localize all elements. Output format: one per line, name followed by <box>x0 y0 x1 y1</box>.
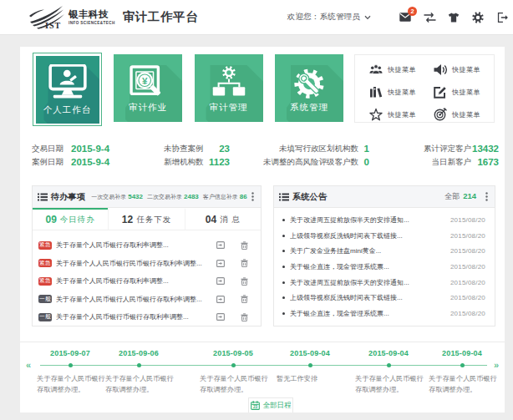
quick-menu-label: 快捷菜单 <box>388 65 416 74</box>
workbench-monitor-icon <box>48 64 87 103</box>
todo-item[interactable]: 紧急 关于存量个人人民币银行民币银行存取利率调整... <box>33 255 261 273</box>
announcement-item[interactable]: 上级领导视察反洗钱时间表下载链接... 2015/08/20 <box>274 290 495 306</box>
announcement-item[interactable]: 关于改进周五提前放假半天的安排通知... 2015/08/20 <box>274 212 495 228</box>
timeline-dot <box>387 363 391 367</box>
forward-icon[interactable] <box>216 296 225 303</box>
normal-badge: 一般 <box>38 295 52 303</box>
tile-label: 个人工作台 <box>36 104 99 116</box>
todo-item[interactable]: 紧急 关于存量个人民币银行存取利率调整... <box>33 236 261 255</box>
top-header: IST 银丰科技 INFO SCIENCE&TECH 审计工作平台 欢迎您：系统… <box>0 0 513 35</box>
stat-value: 1673 <box>471 157 499 167</box>
announcement-item[interactable]: 关于银企直连，现金管理系统票... 2015/08/20 <box>274 306 495 321</box>
bullet-icon <box>282 250 285 252</box>
timeline-prev-icon[interactable]: « <box>26 360 30 370</box>
tab-task-dispatch[interactable]: 12 任务下发 <box>108 208 184 230</box>
quick-menu-label: 快捷菜单 <box>452 65 480 74</box>
announcement-item[interactable]: 关于改进周五提前放假半天的安排通知... 2015/08/20 <box>274 275 495 291</box>
tile-audit-management[interactable]: 审计管理 <box>195 54 263 122</box>
trash-icon[interactable] <box>241 295 248 303</box>
stat-value: 1 <box>358 144 369 154</box>
trash-icon[interactable] <box>241 259 248 267</box>
timeline-next-icon[interactable]: » <box>494 360 498 370</box>
messages-icon[interactable]: 2 <box>399 11 412 24</box>
trash-icon[interactable] <box>241 241 248 250</box>
kebab-menu-icon[interactable] <box>484 190 490 203</box>
theme-tshirt-icon[interactable] <box>447 11 460 24</box>
todo-summary-item: 客户信息补录 86 <box>203 193 247 201</box>
audit-management-icon <box>211 65 247 105</box>
logo-area: IST 银丰科技 INFO SCIENCE&TECH 审计工作平台 <box>28 5 198 30</box>
star-icon <box>369 108 383 121</box>
quick-menu-panel: 快捷菜单 快捷菜单 <box>354 54 495 123</box>
quick-menu-item[interactable]: 快捷菜单 <box>434 85 480 99</box>
announcement-item[interactable]: 关于广发金业务挂盘mini黄金... 2015/08/20 <box>274 243 495 259</box>
quick-menu-label: 快捷菜单 <box>452 110 480 119</box>
stats-dates-group: 交易日期 2015-9-4 案例日期 2015-9-4 <box>32 142 109 169</box>
urgent-badge: 紧急 <box>38 241 52 250</box>
trash-icon[interactable] <box>241 313 248 321</box>
todo-tabs: 09 今日待办 12 任务下发 04 消 息 <box>33 208 261 230</box>
todo-panel-header: 待办事项 一次交易补录 5432 二次交易补录 2483 客户信息补录 86 <box>33 186 261 208</box>
tile-personal-workbench-inner: 个人工作台 <box>36 56 99 124</box>
announcement-list: 关于改进周五提前放假半天的安排通知... 2015/08/20 上级领导视察反洗… <box>274 208 495 321</box>
timeline-dot <box>460 363 465 367</box>
forward-icon[interactable] <box>216 277 225 285</box>
timeline-dot <box>137 363 141 367</box>
tile-label: 系统管理 <box>275 102 343 114</box>
timeline-dot <box>308 363 312 367</box>
forward-icon[interactable] <box>216 260 225 267</box>
tile-system-management[interactable]: 系统管理 <box>275 54 343 122</box>
quick-menu-label: 快捷菜单 <box>388 110 416 119</box>
users-icon <box>369 63 383 76</box>
timeline-dot <box>69 363 73 367</box>
company-logo-icon: IST <box>28 5 67 30</box>
stat-label: 未填写行政区划机构数 <box>262 144 358 154</box>
stats-risk-group: 未填写行政区划机构数 1 未调整的高风险评级客户数 0 <box>262 142 369 169</box>
todo-item[interactable]: 一般 关于存量个人民币银行币银行存取利率调整... <box>33 308 261 326</box>
tile-audit-operation[interactable]: ¥ 审计作业 <box>114 54 182 122</box>
logo-ist-text: IST <box>45 21 61 30</box>
logout-icon[interactable] <box>495 11 509 24</box>
stat-value: 13432 <box>471 144 499 154</box>
urgent-badge: 紧急 <box>38 277 52 286</box>
chevron-down-icon[interactable] <box>364 15 371 20</box>
bullet-icon <box>282 219 285 221</box>
announcement-all-label[interactable]: 全部 <box>444 191 460 202</box>
stat-value: 1123 <box>206 157 230 167</box>
welcome-user-label[interactable]: 欢迎您：系统管理员 <box>287 12 360 23</box>
quick-menu-item[interactable]: 快捷菜单 <box>369 85 416 99</box>
tab-messages[interactable]: 04 消 息 <box>185 208 261 230</box>
svg-text:23: 23 <box>252 405 257 409</box>
todo-summary-item: 一次交易补录 5432 <box>91 193 143 201</box>
tile-personal-workbench[interactable]: 个人工作台 <box>33 53 102 126</box>
quick-menu-item[interactable]: 快捷菜单 <box>434 108 480 121</box>
swap-arrows-icon[interactable] <box>423 11 436 24</box>
forward-icon[interactable] <box>216 313 225 321</box>
stat-label: 案例日期 <box>32 157 71 168</box>
stat-value: 2015-9-4 <box>71 144 109 154</box>
announcement-all-count: 214 <box>463 191 476 200</box>
books-icon <box>369 85 383 99</box>
quick-menu-item[interactable]: 快捷菜单 <box>434 63 480 76</box>
company-name-block: 银丰科技 INFO SCIENCE&TECH <box>69 9 115 25</box>
quick-menu-item[interactable]: 快捷菜单 <box>369 108 416 121</box>
stat-value: 2015-9-4 <box>71 157 109 167</box>
announcement-panel-header: 系统公告 全部 214 <box>274 186 495 208</box>
list-icon <box>38 193 48 201</box>
announcement-item[interactable]: 关于银企直连，现金管理系统票... 2015/08/20 <box>274 259 495 275</box>
quick-menu-item[interactable]: 快捷菜单 <box>369 63 416 76</box>
kebab-menu-icon[interactable] <box>250 190 256 203</box>
forward-icon[interactable] <box>216 241 225 249</box>
bullet-icon <box>282 281 285 284</box>
megaphone-icon <box>434 63 447 76</box>
announcement-item[interactable]: 上级领导视察反洗钱时间表下载链接... 2015/08/20 <box>274 228 495 244</box>
all-schedule-button[interactable]: 23 全部日程 <box>248 397 293 412</box>
gear-icon[interactable] <box>471 11 485 24</box>
header-actions: 欢迎您：系统管理员 2 <box>287 11 509 24</box>
stats-cases-group: 未协查案例 23 新增机构数 1123 <box>164 142 230 169</box>
bullet-icon <box>282 312 285 315</box>
trash-icon[interactable] <box>241 277 248 286</box>
todo-item[interactable]: 一般 关于存量个人民币银行人民币银行存取利率调整... <box>33 291 261 309</box>
todo-item[interactable]: 紧急 关于存量个人民币银行存取利率调整... <box>33 272 261 291</box>
tab-today-todo[interactable]: 09 今日待办 <box>33 208 108 230</box>
